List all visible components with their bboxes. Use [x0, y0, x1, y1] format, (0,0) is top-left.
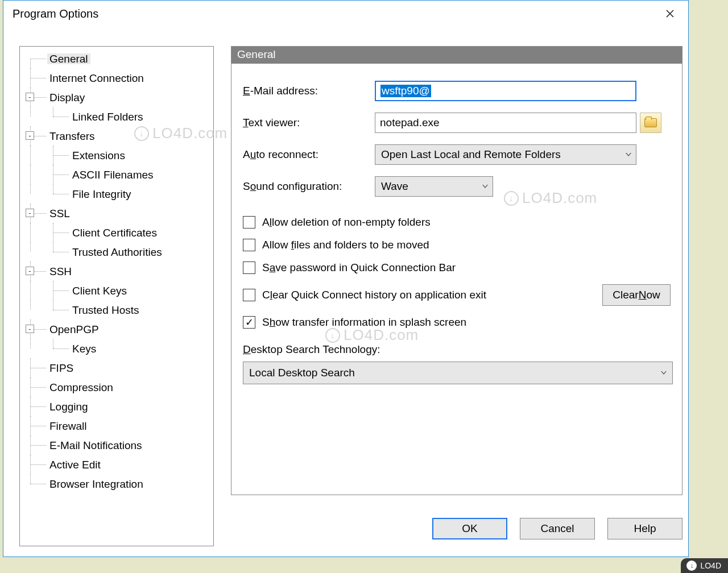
tree-item-label: Extensions: [70, 150, 127, 161]
cancel-button[interactable]: Cancel: [520, 518, 595, 539]
tree-item-client-keys[interactable]: Client Keys: [24, 281, 213, 300]
tree-item-linked-folders[interactable]: Linked Folders: [24, 107, 213, 126]
close-icon[interactable]: [659, 5, 681, 23]
tree-item-label: Browser Integration: [47, 479, 146, 489]
checkbox-save-pw[interactable]: [243, 261, 255, 274]
label-textviewer: Text viewer:: [243, 117, 375, 129]
help-button[interactable]: Help: [607, 518, 682, 539]
label-email: E-Mail address:: [243, 85, 375, 97]
tree-item-openpgp[interactable]: -OpenPGP: [24, 319, 213, 339]
tree-item-label: Logging: [47, 401, 90, 412]
tree-item-ascii-filenames[interactable]: ASCII Filenames: [24, 165, 213, 184]
footer-buttons: OK Cancel Help: [231, 518, 682, 539]
checkbox-clear-history[interactable]: [243, 289, 255, 301]
tree-toggle-icon[interactable]: -: [26, 325, 34, 333]
label-autoreconnect: Auto reconnect:: [243, 148, 375, 161]
row-save-pw: Save password in Quick Connection Bar: [243, 261, 671, 274]
chevron-down-icon: [482, 185, 488, 188]
tree-item-label: Client Certificates: [70, 227, 159, 238]
checkbox-show-splash[interactable]: ✓: [243, 316, 255, 329]
tree-item-label: FIPS: [47, 363, 76, 373]
settings-panel: General E-Mail address: wsftp90@ Text vi…: [231, 46, 682, 495]
email-field[interactable]: wsftp90@: [375, 81, 636, 101]
sound-select[interactable]: Wave: [375, 176, 493, 197]
tree-item-transfers[interactable]: -Transfers: [24, 126, 213, 146]
dialog-window: Program Options GeneralInternet Connecti…: [3, 0, 689, 557]
row-sound: Sound configuration: Wave: [243, 176, 671, 197]
tree-item-label: Compression: [47, 382, 115, 393]
auto-reconnect-value: Open Last Local and Remote Folders: [381, 148, 561, 161]
titlebar: Program Options: [3, 1, 688, 27]
tree-item-label: ASCII Filenames: [70, 169, 156, 180]
sound-value: Wave: [381, 180, 408, 193]
tree-toggle-icon[interactable]: -: [26, 93, 34, 101]
checkbox-allow-move[interactable]: [243, 239, 255, 251]
panel-body: E-Mail address: wsftp90@ Text viewer: Au…: [243, 81, 671, 488]
tree-item-internet-connection[interactable]: Internet Connection: [24, 68, 213, 88]
label-allow-move: Allow files and folders to be moved: [262, 239, 429, 251]
tree-toggle-icon[interactable]: -: [26, 267, 34, 275]
tree-item-browser-integration[interactable]: Browser Integration: [24, 474, 213, 493]
ok-button[interactable]: OK: [432, 518, 507, 539]
tree-toggle-icon[interactable]: -: [26, 209, 34, 217]
chevron-down-icon: [661, 371, 667, 375]
tree-item-file-integrity[interactable]: File Integrity: [24, 184, 213, 204]
tree-item-e-mail-notifications[interactable]: E-Mail Notifications: [24, 435, 213, 455]
tree-item-logging[interactable]: Logging: [24, 397, 213, 416]
clear-now-button[interactable]: Clear Now: [602, 284, 671, 306]
tree-item-extensions[interactable]: Extensions: [24, 146, 213, 165]
download-icon: ↓: [686, 560, 697, 571]
tree-item-firewall[interactable]: Firewall: [24, 416, 213, 435]
tree-toggle-icon[interactable]: -: [26, 131, 34, 140]
tree-item-label: File Integrity: [70, 189, 133, 200]
options-tree[interactable]: GeneralInternet Connection-DisplayLinked…: [19, 46, 214, 546]
chevron-down-icon: [626, 153, 631, 156]
tree-item-trusted-hosts[interactable]: Trusted Hosts: [24, 300, 213, 319]
label-save-pw: Save password in Quick Connection Bar: [262, 261, 456, 274]
row-clear-hist: Clear Quick Connect history on applicati…: [243, 284, 671, 306]
panel-header: General: [231, 47, 682, 64]
row-email: E-Mail address: wsftp90@: [243, 81, 671, 101]
label-clear-history: Clear Quick Connect history on applicati…: [262, 289, 486, 301]
tree-item-label: OpenPGP: [47, 324, 101, 335]
text-viewer-field[interactable]: [375, 113, 636, 133]
tree-item-label: E-Mail Notifications: [47, 440, 144, 451]
tree-item-label: Client Keys: [70, 285, 129, 296]
tree-item-label: Transfers: [47, 131, 97, 142]
tree-item-label: Internet Connection: [47, 73, 146, 84]
tree-item-trusted-authorities[interactable]: Trusted Authorities: [24, 242, 213, 261]
tree-item-label: Keys: [70, 343, 98, 354]
tree-item-label: Trusted Hosts: [70, 305, 142, 315]
tree-item-ssl[interactable]: -SSL: [24, 204, 213, 223]
tree-item-label: Active Edit: [47, 459, 103, 470]
desktop-search-select[interactable]: Local Desktop Search: [243, 362, 673, 384]
label-sound: Sound configuration:: [243, 180, 375, 193]
tree-item-label: SSH: [47, 266, 74, 277]
window-title: Program Options: [13, 7, 98, 20]
label-desktop-search: Desktop Search Technology:: [243, 343, 671, 356]
row-allow-delete: Allow deletion of non-empty folders: [243, 216, 671, 229]
tree-item-label: Trusted Authorities: [70, 247, 164, 258]
tree-item-keys[interactable]: Keys: [24, 339, 213, 358]
tree-item-display[interactable]: -Display: [24, 88, 213, 107]
tree-item-label: Linked Folders: [70, 111, 146, 122]
auto-reconnect-select[interactable]: Open Last Local and Remote Folders: [375, 144, 636, 165]
lo4d-badge: ↓ LO4D: [681, 558, 728, 573]
row-allow-move: Allow files and folders to be moved: [243, 239, 671, 251]
browse-button[interactable]: [640, 113, 661, 133]
tree-item-client-certificates[interactable]: Client Certificates: [24, 223, 213, 242]
label-allow-delete: Allow deletion of non-empty folders: [262, 216, 431, 229]
badge-text: LO4D: [700, 561, 721, 570]
row-show-splash: ✓ Show transfer information in splash sc…: [243, 316, 671, 329]
tree-item-label: Display: [47, 92, 87, 103]
tree-item-fips[interactable]: FIPS: [24, 358, 213, 377]
folder-icon: [644, 118, 657, 127]
checkbox-allow-delete[interactable]: [243, 216, 255, 229]
tree-item-label: Firewall: [47, 421, 89, 431]
tree-item-label: SSL: [47, 208, 72, 219]
tree-item-general[interactable]: General: [24, 49, 213, 68]
dialog-body: GeneralInternet Connection-DisplayLinked…: [19, 46, 682, 551]
tree-item-active-edit[interactable]: Active Edit: [24, 455, 213, 474]
tree-item-compression[interactable]: Compression: [24, 377, 213, 397]
tree-item-ssh[interactable]: -SSH: [24, 261, 213, 281]
